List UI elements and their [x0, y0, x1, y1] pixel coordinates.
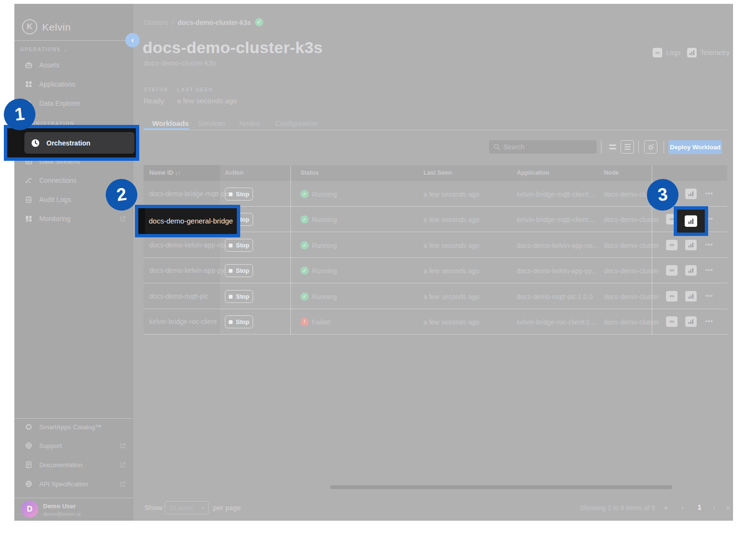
- external-link-icon: [120, 481, 126, 487]
- node-cell: docs-demo-cluster: [604, 216, 659, 223]
- status-text: Running: [312, 242, 337, 249]
- page-subtitle: docs-demo-cluster-k3s: [144, 59, 216, 67]
- status-running-icon: ✓: [300, 241, 309, 249]
- sidebar-item-assets[interactable]: Assets: [25, 61, 59, 69]
- connections-icon: [25, 177, 33, 184]
- toolbar-divider: [664, 141, 664, 153]
- row-menu-button[interactable]: •••: [705, 317, 713, 324]
- row-menu-button[interactable]: •••: [705, 292, 713, 299]
- page-title: docs-demo-cluster-k3s: [143, 38, 322, 57]
- tab-nodes[interactable]: Nodes: [239, 119, 260, 127]
- node-cell: docs-demo-cluster: [604, 242, 659, 249]
- annotation-highlight-telemetry: [674, 206, 708, 236]
- workload-telemetry-button[interactable]: [685, 189, 697, 199]
- status-text: Running: [312, 190, 337, 198]
- column-header-last-seen[interactable]: Last Seen: [423, 169, 452, 176]
- page-size-select[interactable]: 32 items ▾: [165, 501, 209, 514]
- stop-button[interactable]: Stop: [225, 264, 253, 277]
- stop-button[interactable]: Stop: [225, 290, 253, 303]
- stop-button[interactable]: Stop: [225, 239, 253, 252]
- sidebar-collapse-button[interactable]: ‹: [125, 33, 140, 47]
- deploy-workload-button[interactable]: Deploy Workload: [668, 140, 722, 154]
- search-field[interactable]: [489, 140, 597, 154]
- sidebar-item-monitoring[interactable]: Monitoring: [25, 215, 70, 223]
- sidebar-item-connections[interactable]: Connections: [25, 177, 77, 184]
- tab-services[interactable]: Services: [198, 119, 226, 127]
- table-settings-button[interactable]: [644, 140, 657, 154]
- annotation-highlight-orchestration: Orchestration: [4, 125, 139, 161]
- pagination-prev-button[interactable]: ‹: [681, 503, 684, 511]
- workload-name[interactable]: docs-demo-mqtt-plc: [149, 292, 209, 300]
- search-input[interactable]: [489, 140, 597, 154]
- breadcrumb-current: docs-demo-cluster-k3s: [178, 19, 251, 26]
- stop-button[interactable]: Stop: [225, 315, 253, 328]
- list-view-toggle[interactable]: [621, 140, 634, 154]
- sidebar-item-support[interactable]: Support: [25, 442, 62, 449]
- stop-icon: [229, 269, 233, 273]
- row-menu-button[interactable]: •••: [705, 190, 713, 197]
- logs-button[interactable]: <> Logs: [653, 48, 680, 57]
- avatar[interactable]: D: [21, 501, 38, 518]
- workload-logs-button[interactable]: <>: [666, 240, 678, 250]
- column-header-action[interactable]: Action: [225, 169, 244, 176]
- workload-logs-button[interactable]: <>: [666, 291, 678, 302]
- row-menu-button[interactable]: •••: [705, 266, 713, 273]
- workload-logs-button[interactable]: <>: [666, 316, 678, 327]
- sidebar-item-applications[interactable]: Applications: [25, 80, 76, 88]
- application-cell: docs-demo-kelvin-app-py...: [517, 267, 597, 275]
- life-buoy-icon: [25, 442, 33, 449]
- sort-icon[interactable]: ↓↑: [175, 169, 181, 176]
- pagination-next-button[interactable]: ›: [713, 503, 715, 511]
- tab-workloads[interactable]: Workloads: [152, 119, 189, 127]
- last-seen-cell: a few seconds ago: [423, 190, 479, 198]
- chevron-down-icon: ▾: [201, 505, 204, 511]
- code-icon: <>: [669, 319, 674, 324]
- telemetry-icon: [689, 219, 694, 224]
- workload-telemetry-button[interactable]: [685, 316, 697, 327]
- column-header-application[interactable]: Application: [517, 169, 549, 176]
- workload-name-highlighted[interactable]: docs-demo-general-bridge: [149, 217, 233, 225]
- sidebar-item-audit-logs[interactable]: Audit Logs: [25, 196, 71, 203]
- toolbar-divider: [638, 141, 639, 153]
- table-row[interactable]: docs-demo-mqtt-plc Stop ✓ Running a few …: [144, 283, 727, 309]
- workload-name[interactable]: docs-demo-kelvin-app-no...: [149, 241, 231, 249]
- column-header-status[interactable]: Status: [300, 169, 319, 176]
- pagination-summary: Showing 1 to 6 items of 6: [580, 504, 655, 512]
- sidebar-item-orchestration[interactable]: Orchestration: [24, 132, 134, 154]
- workload-telemetry-button[interactable]: [685, 291, 697, 302]
- column-header-name-id[interactable]: Name ID ↓↑: [149, 169, 181, 176]
- sidebar-item-api-specification[interactable]: API Specification: [25, 480, 88, 488]
- row-menu-button[interactable]: •••: [705, 241, 713, 248]
- breadcrumb[interactable]: Clusters / docs-demo-cluster-k3s ✓: [144, 18, 263, 26]
- table-row[interactable]: docs-demo-kelvin-app-py... Stop ✓ Runnin…: [144, 258, 727, 283]
- workload-name[interactable]: docs-demo-kelvin-app-py...: [149, 267, 230, 274]
- horizontal-scrollbar[interactable]: [330, 485, 672, 489]
- workload-telemetry-button[interactable]: [685, 240, 697, 250]
- breadcrumb-root[interactable]: Clusters: [144, 19, 168, 26]
- workload-name[interactable]: kelvin-bridge-roc-client: [149, 318, 217, 325]
- pagination-first-button[interactable]: «: [664, 503, 668, 511]
- tab-configuration[interactable]: Configuration: [275, 119, 318, 127]
- pagination-current-page[interactable]: 1: [698, 503, 701, 511]
- sidebar-item-documentation[interactable]: Documentation: [25, 461, 83, 469]
- workload-telemetry-button-highlighted[interactable]: [685, 215, 697, 227]
- column-separator: [290, 165, 291, 335]
- workload-telemetry-button[interactable]: [685, 265, 697, 276]
- stop-button[interactable]: Stop: [225, 188, 253, 201]
- table-row[interactable]: docs-demo-bridge-mqtt-plc Stop ✓ Running…: [144, 181, 727, 207]
- workload-name[interactable]: docs-demo-bridge-mqtt-plc: [149, 190, 229, 198]
- card-view-toggle[interactable]: [606, 140, 619, 154]
- status-value: Ready: [144, 97, 164, 105]
- last-seen-cell: a few seconds ago: [423, 216, 479, 223]
- last-seen-cell: a few seconds ago: [423, 318, 479, 326]
- chip-icon: [25, 423, 33, 431]
- column-header-node[interactable]: Node: [604, 169, 619, 176]
- pagination-last-button[interactable]: »: [726, 503, 730, 511]
- sidebar-user-divider: [14, 498, 133, 498]
- monitoring-icon: [25, 215, 33, 223]
- workload-logs-button[interactable]: <>: [666, 265, 678, 276]
- sidebar-section-operations[interactable]: OPERATIONS ⌄: [20, 46, 68, 53]
- table-row[interactable]: kelvin-bridge-roc-client Stop ! Failed a…: [144, 309, 727, 335]
- telemetry-button[interactable]: Telemetry: [687, 48, 730, 57]
- sidebar-item-smartapps-catalog[interactable]: SmartApps Catalog™: [25, 423, 102, 431]
